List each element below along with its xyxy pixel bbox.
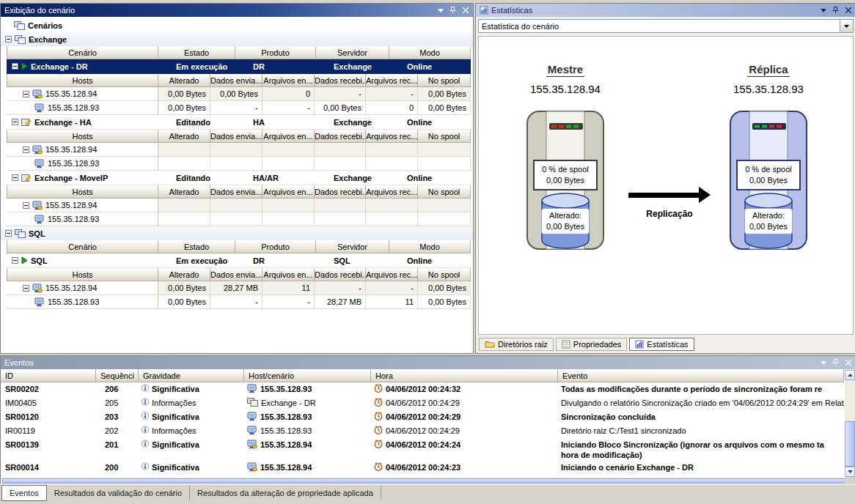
column-header-arquivos-en[interactable]: Arquivos en... <box>263 268 315 281</box>
column-header-arquivos-rec[interactable]: Arquivos rec... <box>366 268 418 281</box>
tree-expander[interactable] <box>23 147 29 153</box>
column-header-arquivos-en[interactable]: Arquivos en... <box>263 185 315 199</box>
tree-expander[interactable] <box>12 63 18 70</box>
pin-icon[interactable] <box>830 5 841 15</box>
chevron-down-icon[interactable] <box>818 357 829 368</box>
host-row-155-35-128-94[interactable]: 155.35.128.94 <box>7 199 471 212</box>
tree-group-sql[interactable]: SQL <box>1 226 473 240</box>
tree-expander[interactable] <box>23 91 29 97</box>
tree-expander[interactable] <box>12 174 18 181</box>
bottom-tab-eventos[interactable]: Eventos <box>1 485 47 501</box>
column-header-no-spool[interactable]: No spool <box>418 130 471 143</box>
scrollbar-track[interactable] <box>845 380 855 467</box>
column-header-dados-envia[interactable]: Dados envia... <box>210 268 263 281</box>
column-header-servidor[interactable]: Servidor <box>316 46 389 59</box>
column-header-cen-rio[interactable]: Cenário <box>7 46 158 59</box>
column-header-servidor[interactable]: Servidor <box>316 240 389 253</box>
tree-root-cen-rios[interactable]: Cenários <box>1 18 473 32</box>
scenario-row-exchange-moveip[interactable]: Exchange - MoveIPEditandoHA/ARExchangeOn… <box>7 171 471 185</box>
bottom-tab-resultados-da-altera-o-de-propriedade-aplicada[interactable]: Resultados da alteração de propriedade a… <box>190 486 381 500</box>
events-column-header-host-cen-rio[interactable]: Host/cenário <box>244 369 371 382</box>
tree-expander[interactable] <box>5 36 12 42</box>
column-header-dados-envia[interactable]: Dados envia... <box>210 185 263 199</box>
column-header-hosts[interactable]: Hosts <box>7 185 158 199</box>
column-header-arquivos-rec[interactable]: Arquivos rec... <box>366 185 418 199</box>
host-row-155-35-128-93[interactable]: 155.35.128.93 <box>7 212 471 226</box>
column-header-dados-envia[interactable]: Dados envia... <box>210 130 263 143</box>
pin-icon[interactable] <box>830 357 841 368</box>
column-header-no-spool[interactable]: No spool <box>418 185 471 199</box>
column-header-modo[interactable]: Modo <box>389 240 471 253</box>
tree-expander[interactable] <box>23 285 29 292</box>
events-column-header-hora[interactable]: Hora <box>371 369 558 382</box>
close-icon[interactable] <box>843 357 854 368</box>
column-header-cen-rio[interactable]: Cenário <box>7 240 158 253</box>
column-header-produto[interactable]: Produto <box>235 46 316 59</box>
hscrollbar-thumb[interactable] <box>2 478 854 483</box>
tree-expander[interactable] <box>23 202 29 209</box>
events-column-header-gravidade[interactable]: Gravidade <box>139 369 244 382</box>
column-header-hosts[interactable]: Hosts <box>7 74 158 87</box>
statistics-type-combobox[interactable]: Estatística do cenário <box>478 19 854 33</box>
scrollbar-thumb[interactable] <box>845 421 855 467</box>
column-header-hosts[interactable]: Hosts <box>7 130 158 143</box>
column-header-alterado[interactable]: Alterado <box>158 130 210 143</box>
events-column-header-evento[interactable]: Evento <box>558 369 844 382</box>
scenario-row-exchange-ha[interactable]: Exchange - HAEditandoHAExchangeOnline <box>7 115 471 130</box>
column-header-produto[interactable]: Produto <box>235 240 316 253</box>
column-header-modo[interactable]: Modo <box>389 46 471 59</box>
column-header-arquivos-rec[interactable]: Arquivos rec... <box>366 130 418 143</box>
host-row-155-35-128-93[interactable]: 155.35.128.930,00 Bytes--0,00 Bytes00,00… <box>7 101 471 115</box>
column-header-estado[interactable]: Estado <box>158 46 235 59</box>
close-icon[interactable] <box>843 5 854 15</box>
event-row-sr00139[interactable]: SR00139201Significativa155.35.128.9404/0… <box>1 438 844 461</box>
column-header-arquivos-rec[interactable]: Arquivos rec... <box>366 74 418 87</box>
event-row-im00405[interactable]: IM00405205InformaçõesExchange - DR04/06/… <box>1 396 844 410</box>
column-header-alterado[interactable]: Alterado <box>158 185 210 199</box>
event-host: 155.35.128.93 <box>244 382 371 396</box>
column-header-alterado[interactable]: Alterado <box>158 74 210 87</box>
tree-expander[interactable] <box>5 230 12 237</box>
close-icon[interactable] <box>460 5 471 15</box>
column-header-hosts[interactable]: Hosts <box>7 268 158 281</box>
column-header-alterado[interactable]: Alterado <box>158 268 210 281</box>
stats-tab-estat-sticas[interactable]: Estatísticas <box>629 338 694 351</box>
tree-group-exchange[interactable]: Exchange <box>1 32 473 46</box>
scroll-down-button[interactable] <box>845 467 855 477</box>
host-row-155-35-128-93[interactable]: 155.35.128.93 <box>7 157 471 171</box>
bottom-tab-resultados-da-valida-o-do-cen-rio[interactable]: Resultados da validação do cenário <box>47 486 190 500</box>
chevron-down-icon[interactable] <box>435 5 446 15</box>
host-row-155-35-128-94[interactable]: 155.35.128.940,00 Bytes28,27 MB11--0,00 … <box>7 281 471 295</box>
tree-expander[interactable] <box>12 257 18 264</box>
column-header-estado[interactable]: Estado <box>158 240 235 253</box>
event-row-sr00202[interactable]: SR00202206Significativa155.35.128.9304/0… <box>1 382 844 396</box>
host-row-155-35-128-93[interactable]: 155.35.128.930,00 Bytes--28,27 MB110,00 … <box>7 295 471 309</box>
column-header-dados-recebi[interactable]: Dados recebi... <box>315 130 366 143</box>
combo-dropdown-button[interactable] <box>840 20 853 32</box>
host-row-155-35-128-94[interactable]: 155.35.128.940,00 Bytes0,00 Bytes0--0,00… <box>7 87 471 101</box>
events-vertical-scrollbar[interactable] <box>845 370 855 477</box>
column-header-no-spool[interactable]: No spool <box>418 74 471 87</box>
events-column-header-sequ-nci[interactable]: Sequênci <box>96 369 139 382</box>
column-header-no-spool[interactable]: No spool <box>418 268 471 281</box>
scenario-row-sql[interactable]: SQLEm execuçãoDRSQLOnline <box>7 253 471 268</box>
event-row-ir00119[interactable]: IR00119202Informações155.35.128.9304/06/… <box>1 424 844 438</box>
tree-expander[interactable] <box>12 119 18 125</box>
event-row-sr00120[interactable]: SR00120203Significativa155.35.128.9304/0… <box>1 410 844 424</box>
scenario-row-exchange-dr[interactable]: Exchange - DREm execuçãoDRExchangeOnline <box>7 59 471 74</box>
host-row-155-35-128-94[interactable]: 155.35.128.94 <box>7 143 471 157</box>
events-column-header-id[interactable]: ID <box>1 369 96 382</box>
column-header-dados-recebi[interactable]: Dados recebi... <box>315 74 366 87</box>
column-header-dados-recebi[interactable]: Dados recebi... <box>315 185 366 199</box>
event-row-sr00014[interactable]: SR00014200Significativa155.35.128.9404/0… <box>1 461 844 475</box>
chevron-down-icon[interactable] <box>818 5 829 15</box>
column-header-dados-recebi[interactable]: Dados recebi... <box>315 268 366 281</box>
pin-icon[interactable] <box>447 5 458 15</box>
events-horizontal-scrollbar[interactable] <box>1 478 855 484</box>
stats-tab-propriedades[interactable]: Propriedades <box>556 338 627 351</box>
column-header-arquivos-en[interactable]: Arquivos en... <box>263 74 315 87</box>
column-header-dados-envia[interactable]: Dados envia... <box>210 74 263 87</box>
column-header-arquivos-en[interactable]: Arquivos en... <box>263 130 315 143</box>
stats-tab-diret-rios-raiz[interactable]: Diretórios raiz <box>479 338 554 351</box>
scroll-up-button[interactable] <box>845 370 855 380</box>
